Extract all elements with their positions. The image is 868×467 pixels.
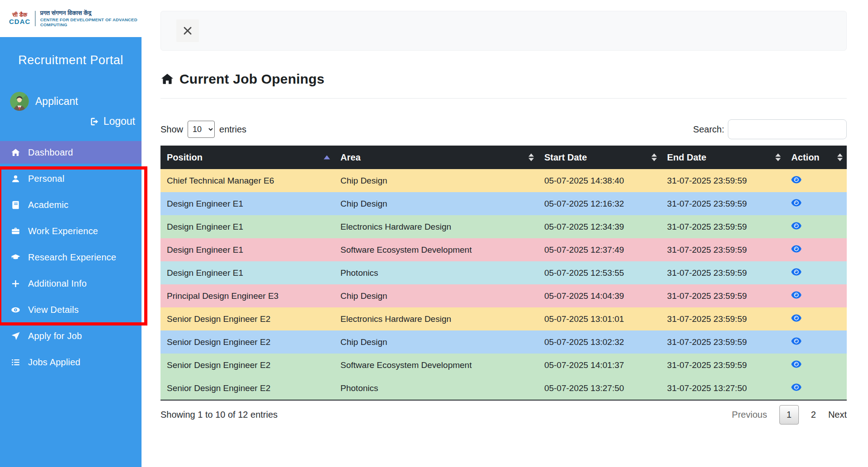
graduation-cap-icon (10, 252, 20, 262)
pagination-page-1[interactable]: 1 (779, 405, 799, 425)
sidebar-item-apply-for-job[interactable]: Apply for Job (0, 323, 142, 349)
view-job-button[interactable] (791, 199, 802, 207)
column-header-position[interactable]: Position (160, 146, 334, 169)
sidebar-item-academic[interactable]: Academic (0, 192, 142, 218)
close-icon (182, 25, 193, 37)
home-icon (10, 147, 20, 157)
close-button[interactable] (176, 19, 199, 42)
sidebar-item-research-experience[interactable]: Research Experience (0, 244, 142, 270)
pagination: Previous 1 2 Next (732, 405, 847, 425)
sidebar-item-label: Academic (28, 200, 68, 210)
table-footer: Showing 1 to 10 of 12 entries Previous 1… (160, 405, 847, 425)
sidebar-item-label: Dashboard (28, 147, 73, 158)
cell-start-date: 05-07-2025 14:01:37 (538, 354, 661, 377)
cell-end-date: 31-07-2025 23:59:59 (661, 284, 785, 307)
search-input[interactable] (728, 119, 847, 139)
eye-icon (791, 360, 802, 368)
eye-icon (791, 314, 802, 322)
sidebar-item-label: Work Experience (28, 226, 98, 236)
sidebar-item-label: View Details (28, 305, 79, 315)
table-row: Principal Design Engineer E3 Chip Design… (160, 284, 847, 307)
view-job-button[interactable] (791, 268, 802, 276)
page-size-select[interactable]: 10 (188, 121, 215, 138)
cell-position: Principal Design Engineer E3 (160, 284, 334, 307)
cell-end-date: 31-07-2025 23:59:59 (661, 215, 785, 238)
cell-area: Chip Design (334, 330, 538, 354)
table-row: Senior Design Engineer E2 Chip Design 05… (160, 330, 847, 354)
cdac-hindi-text: सी डैक (9, 12, 30, 18)
view-job-button[interactable] (791, 314, 802, 322)
column-header-end-date[interactable]: End Date (661, 146, 785, 169)
eye-icon (791, 245, 802, 253)
search-label: Search: (693, 124, 724, 135)
eye-icon (791, 337, 802, 345)
view-job-button[interactable] (791, 222, 802, 230)
user-name: Applicant (35, 95, 78, 108)
cell-start-date: 05-07-2025 14:38:40 (538, 169, 661, 192)
table-row: Design Engineer E1 Photonics 05-07-2025 … (160, 261, 847, 284)
cell-position: Design Engineer E1 (160, 192, 334, 215)
show-label: Show (160, 124, 183, 135)
sidebar-item-view-details[interactable]: View Details (0, 297, 142, 323)
table-row: Design Engineer E1 Electronics Hardware … (160, 215, 847, 238)
user-icon (10, 174, 20, 184)
table-row: Senior Design Engineer E2 Software Ecosy… (160, 354, 847, 377)
portal-title: Recruitment Portal (0, 37, 142, 67)
job-openings-table: Position Area Start Date End Date Action (160, 146, 847, 401)
sidebar-item-label: Additional Info (28, 278, 87, 289)
table-controls: Show 10 entries Search: (160, 119, 847, 139)
sort-both-icon (837, 154, 843, 161)
view-job-button[interactable] (791, 383, 802, 391)
page-heading-row: Current Job Openings (160, 71, 847, 87)
page-title: Current Job Openings (179, 71, 325, 87)
pagination-page-2[interactable]: 2 (811, 410, 816, 420)
view-job-button[interactable] (791, 360, 802, 368)
book-icon (10, 200, 20, 210)
sidebar-item-jobs-applied[interactable]: Jobs Applied (0, 349, 142, 375)
eye-icon (791, 383, 802, 391)
cell-end-date: 31-07-2025 23:59:59 (661, 330, 785, 354)
topbar-card (160, 11, 847, 51)
sidebar-item-dashboard[interactable]: Dashboard (0, 139, 142, 165)
column-header-start-date[interactable]: Start Date (538, 146, 661, 169)
sidebar: सी डैक CDAC प्रगत संगणन विकास केंद्र CEN… (0, 0, 142, 467)
cell-area: Electronics Hardware Design (334, 307, 538, 330)
table-row: Senior Design Engineer E2 Electronics Ha… (160, 307, 847, 330)
view-job-button[interactable] (791, 337, 802, 345)
tasks-icon (10, 357, 20, 367)
entries-info: Showing 1 to 10 of 12 entries (160, 410, 278, 420)
cdac-logo: सी डैक CDAC प्रगत संगणन विकास केंद्र CEN… (0, 0, 142, 37)
cell-position: Design Engineer E1 (160, 215, 334, 238)
pagination-next[interactable]: Next (828, 410, 847, 420)
view-job-button[interactable] (791, 245, 802, 253)
paper-plane-icon (10, 331, 20, 341)
column-header-action[interactable]: Action (785, 146, 847, 169)
plus-icon (10, 278, 20, 288)
cell-position: Design Engineer E1 (160, 261, 334, 284)
pagination-previous[interactable]: Previous (732, 410, 767, 420)
cell-area: Electronics Hardware Design (334, 215, 538, 238)
sidebar-item-personal[interactable]: Personal (0, 165, 142, 192)
cell-position: Senior Design Engineer E2 (160, 377, 334, 400)
cell-area: Chip Design (334, 192, 538, 215)
page-size-group: Show 10 entries (160, 121, 246, 138)
sort-ascending-icon (324, 156, 330, 160)
avatar (10, 92, 29, 111)
sidebar-item-additional-info[interactable]: Additional Info (0, 270, 142, 297)
cell-start-date: 05-07-2025 13:02:32 (538, 330, 661, 354)
sidebar-item-work-experience[interactable]: Work Experience (0, 218, 142, 244)
logout-button[interactable]: Logout (0, 115, 142, 127)
logo-divider (35, 11, 36, 26)
logout-label: Logout (104, 115, 135, 127)
cell-area: Photonics (334, 377, 538, 400)
view-job-button[interactable] (791, 176, 802, 184)
cell-position: Senior Design Engineer E2 (160, 354, 334, 377)
table-row: Senior Design Engineer E2 Photonics 05-0… (160, 377, 847, 400)
briefcase-icon (10, 226, 20, 236)
column-header-area[interactable]: Area (334, 146, 538, 169)
cell-area: Chip Design (334, 284, 538, 307)
cell-area: Software Ecosystem Development (334, 238, 538, 261)
sort-both-icon (528, 154, 534, 161)
sort-both-icon (775, 154, 781, 161)
view-job-button[interactable] (791, 291, 802, 299)
